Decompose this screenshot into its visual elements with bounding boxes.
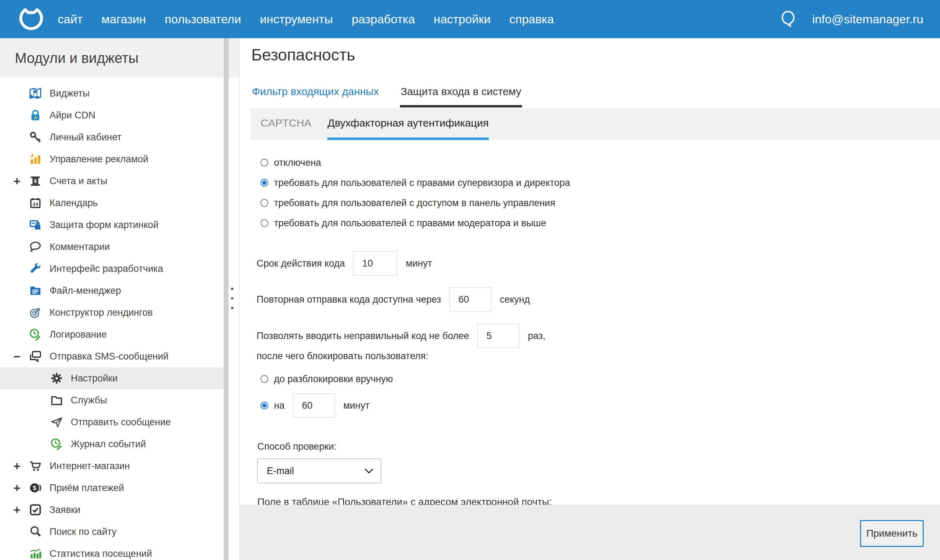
- sidebar-item-requests[interactable]: +Заявки: [0, 499, 224, 521]
- menu-item-help[interactable]: справка: [509, 12, 554, 26]
- code-lifetime-input[interactable]: [353, 251, 397, 275]
- events-log-icon: [50, 438, 63, 451]
- panel-resize-handle[interactable]: [230, 288, 235, 309]
- sidebar-item-label: Службы: [71, 395, 107, 406]
- sidebar-item-comments[interactable]: Комментарии: [0, 236, 224, 258]
- sidebar-item-label: Отправить сообщение: [71, 417, 171, 428]
- 2fa-mode-1-row: требовать для пользователей с правами су…: [261, 178, 570, 188]
- 2fa-mode-0-label: отключена: [274, 157, 321, 168]
- sidebar-item-label: Файл-менеджер: [49, 285, 121, 296]
- block-user-label: после чего блокировать пользователя:: [256, 351, 428, 362]
- sidebar-item-sms-services[interactable]: Службы: [0, 389, 224, 411]
- tab-bar: Фильтр входящих данныхЗащита входа в сис…: [251, 78, 522, 108]
- invoices-icon: $: [29, 175, 42, 188]
- sidebar-item-airy-cdn[interactable]: AАйри CDN: [0, 104, 224, 126]
- topbar-menu: сайтмагазинпользователиинструментыразраб…: [58, 0, 554, 38]
- sidebar-item-label: Управление рекламой: [49, 154, 148, 165]
- contact-email[interactable]: info@sitemanager.ru: [812, 12, 923, 26]
- sidebar-item-dev-interface[interactable]: Интерфейс разработчика: [0, 258, 224, 280]
- topbar: сайтмагазинпользователиинструментыразраб…: [0, 0, 940, 38]
- menu-item-settings[interactable]: настройки: [434, 12, 491, 26]
- sidebar-item-label: Приём платежей: [49, 483, 124, 494]
- sidebar-item-label: Журнал событий: [71, 439, 146, 450]
- sidebar-item-form-captcha[interactable]: Защита форм картинкой: [0, 214, 224, 236]
- sidebar-item-invoices[interactable]: +$Счета и акты: [0, 170, 224, 192]
- sidebar-title: Модули и виджеты: [15, 50, 139, 66]
- sidebar-item-calendar[interactable]: 24Календарь: [0, 192, 224, 214]
- sidebar-item-landing-builder[interactable]: Конструктор лендингов: [0, 302, 224, 323]
- sidebar-item-label: Отправка SMS-сообщений: [49, 351, 168, 362]
- topbar-right: info@sitemanager.ru: [778, 0, 923, 38]
- site-search-icon: [29, 525, 42, 538]
- menu-item-shop[interactable]: магазин: [101, 12, 146, 26]
- 2fa-mode-1-radio[interactable]: [261, 179, 268, 187]
- log-clock-icon: [29, 328, 42, 341]
- sidebar: Модули и виджеты ВиджетыAАйри CDNЛичный …: [0, 38, 239, 560]
- requests-check-icon: [29, 503, 42, 516]
- sidebar-item-logging[interactable]: Логирование: [0, 323, 224, 345]
- block-option-1-radio[interactable]: [261, 402, 268, 409]
- wrong-code-input[interactable]: [477, 324, 519, 348]
- expand-icon[interactable]: +: [11, 455, 23, 477]
- sidebar-item-label: Комментарии: [49, 242, 110, 252]
- apply-button[interactable]: Применить: [860, 520, 924, 547]
- gear-icon: [50, 372, 63, 385]
- sidebar-item-label: Логирование: [49, 329, 107, 340]
- expand-icon[interactable]: +: [11, 170, 23, 192]
- expand-icon[interactable]: +: [11, 477, 23, 499]
- 2fa-mode-2-radio[interactable]: [261, 199, 268, 207]
- sidebar-item-label: Конструктор лендингов: [49, 307, 153, 318]
- sidebar-item-personal-cabinet[interactable]: Личный кабинет: [0, 126, 224, 148]
- svg-text:$: $: [34, 178, 37, 184]
- 2fa-mode-3-radio[interactable]: [261, 219, 268, 227]
- sidebar-item-ads-management[interactable]: Управление рекламой: [0, 148, 224, 170]
- ads-chart-icon: [29, 153, 42, 165]
- sidebar-item-visit-stats[interactable]: Статистика посещений: [0, 543, 224, 560]
- sidebar-item-payments[interactable]: +$Приём платежей: [0, 477, 224, 499]
- sidebar-item-sms-send-message[interactable]: Отправить сообщение: [0, 411, 224, 433]
- 2fa-mode-3-label: требовать для пользователей с правами мо…: [274, 218, 546, 229]
- payments-coin-icon: $: [29, 482, 42, 494]
- services-folder-icon: [50, 394, 63, 406]
- resend-delay-input[interactable]: [449, 288, 491, 311]
- sidebar-item-label: Личный кабинет: [49, 132, 121, 143]
- sidebar-scrollbar[interactable]: [224, 38, 228, 560]
- sidebar-item-sms-sending[interactable]: −Отправка SMS-сообщений: [0, 345, 224, 367]
- sitemanager-logo-icon[interactable]: [15, 3, 47, 35]
- file-manager-icon: [29, 284, 42, 297]
- code-lifetime-label: Срок действия кода: [256, 258, 345, 269]
- collapse-icon[interactable]: −: [11, 345, 23, 367]
- 2fa-mode-radio-group: отключенатребовать для пользователей с п…: [261, 158, 570, 238]
- tab-input-filter[interactable]: Фильтр входящих данных: [251, 78, 380, 108]
- block-option-1-label: на: [274, 400, 284, 411]
- wrong-code-label: Позволять вводить неправильный код не бо…: [256, 331, 469, 342]
- subtab-captcha[interactable]: CAPTCHA: [261, 108, 311, 140]
- sidebar-item-site-search[interactable]: Поиск по сайту: [0, 521, 224, 543]
- sidebar-item-online-shop[interactable]: +Интернет-магазин: [0, 455, 224, 477]
- sidebar-item-label: Виджеты: [49, 88, 90, 99]
- sidebar-item-widgets[interactable]: Виджеты: [0, 82, 224, 104]
- menu-item-site[interactable]: сайт: [58, 12, 82, 26]
- code-lifetime-unit: минут: [406, 258, 432, 269]
- menu-item-tools[interactable]: инструменты: [260, 12, 333, 26]
- subtab-two-factor[interactable]: Двухфакторная аутентификация: [327, 108, 488, 140]
- sidebar-item-sms-settings[interactable]: Настройки: [0, 367, 224, 389]
- wrong-code-row: Позволять вводить неправильный код не бо…: [256, 322, 545, 349]
- sidebar-item-label: Заявки: [49, 505, 80, 515]
- 2fa-mode-1-label: требовать для пользователей с правами су…: [274, 177, 570, 188]
- 2fa-mode-3-row: требовать для пользователей с правами мо…: [261, 218, 570, 228]
- calendar-icon: 24: [29, 197, 42, 209]
- tab-login-protection[interactable]: Защита входа в систему: [400, 78, 522, 108]
- expand-icon[interactable]: +: [11, 499, 23, 521]
- sidebar-item-file-manager[interactable]: Файл-менеджер: [0, 280, 224, 302]
- block-option-1-input[interactable]: [293, 394, 335, 417]
- sidebar-item-sms-events-log[interactable]: Журнал событий: [0, 433, 224, 455]
- verify-method-select[interactable]: E-mail: [257, 458, 381, 483]
- menu-item-users[interactable]: пользователи: [165, 12, 241, 26]
- block-option-0-radio[interactable]: [261, 375, 268, 383]
- menu-item-development[interactable]: разработка: [352, 12, 415, 26]
- 2fa-mode-0-radio[interactable]: [261, 159, 268, 166]
- sidebar-item-label: Интернет-магазин: [49, 461, 130, 472]
- chat-bubble-icon[interactable]: [778, 9, 799, 29]
- 2fa-mode-2-label: требовать для пользователей с доступом в…: [274, 198, 555, 209]
